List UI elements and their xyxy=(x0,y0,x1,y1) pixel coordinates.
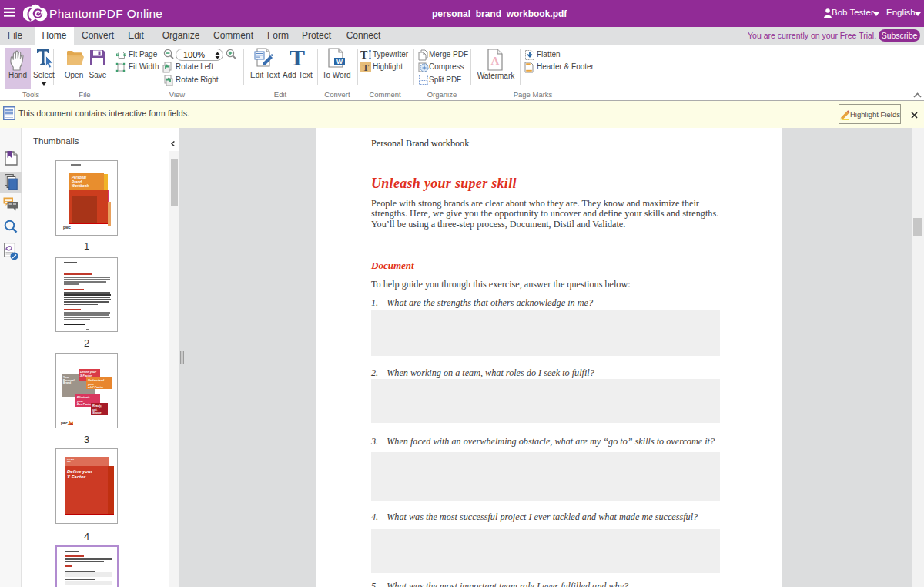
svg-text:T: T xyxy=(360,49,368,60)
svg-text:T: T xyxy=(363,62,369,73)
svg-text:A: A xyxy=(491,55,500,67)
svg-text:W: W xyxy=(336,58,343,65)
